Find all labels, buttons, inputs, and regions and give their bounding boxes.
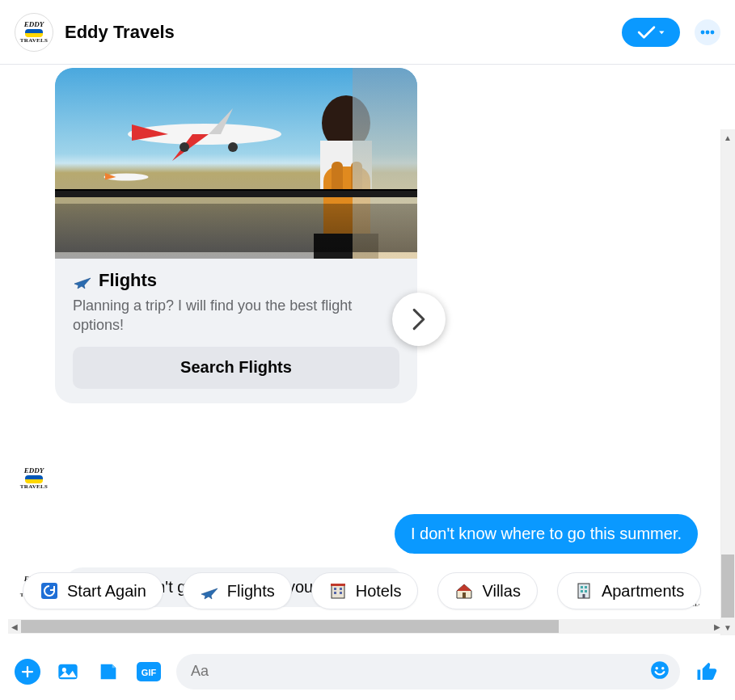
svg-point-1	[706, 30, 710, 34]
more-options-button[interactable]	[695, 19, 720, 45]
messages-list: Flights Planning a trip? I will find you…	[0, 68, 719, 563]
checkmark-dropdown-icon	[636, 24, 665, 40]
card-body: Flights Planning a trip? I will find you…	[55, 259, 417, 403]
svg-rect-23	[585, 586, 587, 588]
svg-point-31	[651, 661, 669, 679]
svg-point-5	[228, 142, 238, 152]
quick-reply-label: Flights	[227, 582, 275, 601]
quick-reply-label: Apartments	[602, 582, 684, 601]
svg-point-28	[62, 668, 66, 672]
card-button-label: Search Flights	[180, 358, 292, 377]
chevron-right-icon	[410, 308, 428, 331]
open-actions-button[interactable]	[15, 659, 40, 685]
svg-rect-20	[463, 592, 466, 598]
quick-reply-start-again[interactable]: Start Again	[23, 572, 163, 609]
scroll-right-arrow-icon[interactable]: ▶	[711, 620, 724, 633]
svg-point-4	[180, 142, 189, 152]
chat-header: EDDY TRAVELS Eddy Travels	[0, 0, 735, 65]
bot-message-avatar: EDDYTRAVELS	[18, 462, 50, 495]
chat-title: Eddy Travels	[65, 22, 622, 43]
send-like-button[interactable]	[695, 659, 720, 685]
card-image	[55, 68, 417, 259]
search-flights-button[interactable]: Search Flights	[73, 347, 399, 389]
user-message-text: I don't know where to go this summer.	[411, 525, 682, 542]
svg-text:GIF: GIF	[142, 667, 157, 677]
card-title: Flights	[99, 270, 157, 291]
chat-body: ▲ ▼	[0, 65, 735, 700]
svg-rect-22	[581, 586, 583, 588]
airplane-icon	[73, 271, 92, 290]
user-message-bubble[interactable]: I don't know where to go this summer.	[395, 514, 698, 554]
photo-icon	[57, 660, 79, 683]
villa-icon	[454, 581, 474, 601]
svg-rect-15	[334, 588, 336, 590]
airplane-icon	[200, 581, 219, 601]
svg-rect-24	[581, 590, 583, 592]
dots-horizontal-icon	[700, 30, 715, 35]
quick-reply-label: Start Again	[67, 582, 146, 601]
emoji-picker-button[interactable]	[649, 660, 670, 684]
gif-icon: GIF	[137, 662, 161, 681]
svg-point-0	[701, 30, 705, 34]
scroll-up-arrow-icon[interactable]: ▲	[721, 131, 734, 144]
quick-replies: Start Again Flights Hotels Villas Apartm…	[11, 569, 735, 613]
header-actions	[622, 18, 720, 47]
svg-rect-19	[331, 584, 345, 586]
svg-rect-17	[334, 592, 336, 594]
airplane-scene-icon	[112, 100, 289, 165]
apartment-icon	[574, 581, 593, 601]
quick-reply-label: Hotels	[356, 582, 402, 601]
restart-icon	[40, 581, 59, 601]
flights-card: Flights Planning a trip? I will find you…	[55, 68, 417, 403]
quick-reply-hotels[interactable]: Hotels	[311, 572, 419, 609]
svg-rect-16	[340, 588, 342, 590]
hotel-icon	[328, 581, 348, 601]
horizontal-scrollbar-thumb[interactable]	[21, 620, 559, 633]
svg-rect-14	[332, 585, 344, 598]
add-photo-button[interactable]	[55, 659, 81, 685]
quick-reply-apartments[interactable]: Apartments	[557, 572, 701, 609]
message-input-container[interactable]	[176, 654, 680, 689]
svg-point-32	[655, 667, 657, 669]
message-input[interactable]	[191, 663, 649, 680]
svg-rect-25	[585, 590, 587, 592]
mark-done-button[interactable]	[622, 18, 680, 47]
card-description: Planning a trip? I will find you the bes…	[73, 296, 399, 335]
eddy-travels-logo-icon: EDDYTRAVELS	[18, 462, 50, 495]
svg-point-2	[711, 30, 715, 34]
svg-point-33	[661, 667, 664, 669]
airplane-small-icon	[102, 167, 150, 188]
horizontal-scrollbar[interactable]: ◀ ▶	[8, 619, 724, 634]
quick-reply-flights[interactable]: Flights	[183, 572, 292, 609]
message-composer: GIF	[0, 642, 735, 700]
smiley-icon	[649, 660, 670, 681]
svg-rect-18	[340, 592, 342, 594]
bot-avatar[interactable]: EDDY TRAVELS	[15, 13, 53, 52]
add-gif-button[interactable]: GIF	[136, 659, 162, 685]
svg-rect-26	[582, 594, 585, 598]
sticker-icon	[97, 660, 120, 683]
plus-icon	[20, 664, 35, 679]
add-sticker-button[interactable]	[95, 659, 121, 685]
scroll-left-arrow-icon[interactable]: ◀	[8, 620, 21, 633]
thumbs-up-icon	[695, 660, 720, 684]
quick-reply-villas[interactable]: Villas	[437, 572, 537, 609]
quick-reply-label: Villas	[482, 582, 520, 601]
eddy-travels-logo-icon: EDDY TRAVELS	[15, 14, 53, 51]
carousel-next-button[interactable]	[392, 293, 446, 346]
